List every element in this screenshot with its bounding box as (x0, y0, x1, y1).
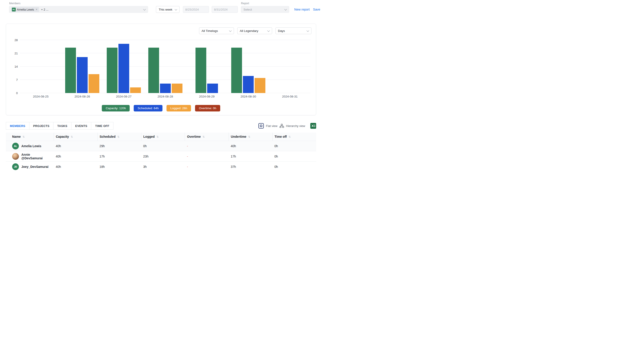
chevron-down-icon (174, 8, 177, 10)
bar-scheduled[interactable] (160, 84, 171, 93)
table-row[interactable]: AL Amelia Lewis 40h 29h 0h - 40h 0h (6, 141, 316, 151)
filter-granularity[interactable]: Days (276, 28, 312, 34)
bar-logged[interactable] (88, 74, 99, 93)
filter-timelogs[interactable]: All Timelogs (199, 28, 234, 34)
x-tick-label: 2024-08-25 (20, 95, 62, 98)
chip-remove-icon[interactable]: × (36, 8, 38, 11)
avatar-photo (12, 153, 19, 160)
cell-scheduled: 18h (98, 162, 141, 171)
bar-group (62, 40, 103, 93)
cell-timeoff: 0h (272, 162, 316, 171)
y-tick-label: 21 (10, 52, 18, 55)
column-header-overtime[interactable]: Overtime⇅ (185, 132, 229, 141)
date-to-input[interactable] (212, 6, 238, 13)
filter-granularity-value: Days (278, 29, 285, 32)
column-header-name[interactable]: Name⇅ (6, 132, 54, 141)
cell-name: AL Amelia Lewis (6, 141, 54, 151)
chart-x-labels: 2024-08-252024-08-262024-08-272024-08-28… (20, 95, 310, 98)
report-label: Report (241, 2, 289, 5)
avatar: JD (12, 163, 19, 170)
tab-projects[interactable]: PROJECTS (29, 122, 54, 130)
chart-plot-area: 07142128 (20, 40, 310, 93)
bar-capacity[interactable] (196, 48, 206, 93)
sort-icon: ⇅ (156, 136, 159, 138)
tabs-row: MEMBERS PROJECTS TASKS EVENTS TIME OFF F… (6, 122, 316, 130)
bar-group (269, 40, 310, 93)
legend-capacity[interactable]: Capacity: 120h (102, 105, 130, 112)
bar-scheduled[interactable] (207, 84, 218, 93)
cell-logged: 3h (141, 162, 185, 171)
bar-group (144, 40, 186, 93)
cell-logged: 23h (141, 151, 185, 162)
legend-logged[interactable]: Logged: 26h (166, 105, 191, 112)
x-tick-label: 2024-08-29 (186, 95, 228, 98)
bar-capacity[interactable] (107, 48, 118, 93)
cell-capacity: 40h (54, 141, 98, 151)
report-select[interactable]: Select (241, 6, 289, 13)
chip-avatar: AL (12, 8, 16, 12)
cell-undertime: 40h (229, 141, 272, 151)
x-tick-label: 2024-08-30 (228, 95, 269, 98)
excel-icon (310, 123, 316, 129)
member-name: Amelia Lewis (21, 144, 41, 148)
excel-export-button[interactable] (310, 123, 316, 129)
member-chip[interactable]: AL Amelia Lewis × (11, 7, 39, 12)
filter-timelogs-value: All Timelogs (202, 29, 218, 32)
save-link[interactable]: Save (313, 8, 320, 11)
column-label: Overtime (187, 135, 201, 138)
bar-scheduled[interactable] (243, 76, 254, 93)
bar-logged[interactable] (254, 78, 265, 93)
table-row[interactable]: Annie @DevSamurai 40h 17h 23h - 17h 0h (6, 151, 316, 162)
filter-legendary[interactable]: All Legendary (237, 28, 272, 34)
column-label: Time off (274, 135, 287, 138)
cell-name: JD Joey_DevSamurai (6, 162, 54, 171)
members-table: Name⇅ Capacity⇅ Scheduled⇅ Logged⇅ Overt… (6, 132, 316, 171)
sort-icon: ⇅ (71, 136, 73, 138)
tab-members[interactable]: MEMBERS (6, 122, 30, 130)
chevron-down-icon (284, 8, 287, 10)
hierarchy-view-toggle[interactable] (280, 124, 284, 128)
bar-logged[interactable] (172, 84, 182, 93)
column-label: Logged (143, 135, 155, 138)
x-tick-label: 2024-08-27 (103, 95, 144, 98)
y-tick-label: 14 (10, 65, 18, 68)
avatar: AL (12, 143, 19, 150)
week-range-select[interactable]: This week (156, 6, 179, 13)
report-table-section: MEMBERS PROJECTS TASKS EVENTS TIME OFF F… (6, 122, 316, 171)
tab-timeoff[interactable]: TIME OFF (91, 122, 113, 130)
table-row[interactable]: JD Joey_DevSamurai 40h 18h 3h - 37h 0h (6, 162, 316, 171)
chart-legend: Capacity: 120hScheduled: 64hLogged: 26hO… (10, 105, 312, 112)
tab-events[interactable]: EVENTS (71, 122, 92, 130)
bar-capacity[interactable] (231, 48, 242, 93)
bar-capacity[interactable] (148, 48, 159, 93)
filter-legendary-value: All Legendary (240, 29, 258, 32)
legend-scheduled[interactable]: Scheduled: 64h (134, 105, 162, 112)
new-report-link[interactable]: New report (294, 8, 310, 11)
sort-icon: ⇅ (117, 136, 120, 138)
column-header-undertime[interactable]: Undertime⇅ (229, 132, 272, 141)
table-header-row: Name⇅ Capacity⇅ Scheduled⇅ Logged⇅ Overt… (6, 132, 316, 141)
column-header-scheduled[interactable]: Scheduled⇅ (98, 132, 141, 141)
date-from-input[interactable] (183, 6, 209, 13)
bar-scheduled[interactable] (77, 57, 88, 93)
column-header-timeoff[interactable]: Time off⇅ (272, 132, 316, 141)
view-controls: Flat view Hierarchy view (258, 123, 316, 129)
bar-logged[interactable] (130, 88, 141, 93)
bar-capacity[interactable] (65, 48, 76, 93)
column-label: Undertime (231, 135, 246, 138)
x-tick-label: 2024-08-31 (269, 95, 310, 98)
tab-tasks[interactable]: TASKS (53, 122, 72, 130)
bar-group (186, 40, 228, 93)
y-tick-label: 28 (10, 38, 18, 42)
column-header-logged[interactable]: Logged⇅ (141, 132, 185, 141)
sort-icon: ⇅ (22, 136, 25, 138)
column-header-capacity[interactable]: Capacity⇅ (54, 132, 98, 141)
flat-view-toggle[interactable] (258, 123, 264, 128)
legend-overtime[interactable]: Overtime: 0h (195, 105, 220, 112)
chevron-down-icon (267, 29, 270, 32)
members-select[interactable]: AL Amelia Lewis × + 2 ... (9, 6, 148, 13)
cell-capacity: 40h (54, 162, 98, 171)
bar-scheduled[interactable] (118, 44, 129, 93)
bar-group (228, 40, 269, 93)
cell-undertime: 37h (229, 162, 272, 171)
